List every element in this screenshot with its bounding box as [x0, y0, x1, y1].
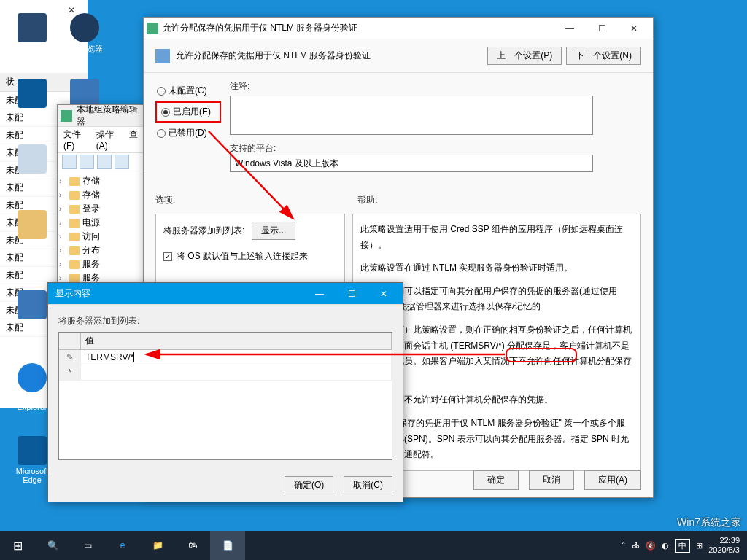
row-marker-new-icon: *: [59, 365, 81, 380]
tool-fwd[interactable]: [80, 155, 94, 169]
radio-label: 已禁用(D): [169, 127, 207, 139]
ie-icon: [18, 363, 47, 392]
start-button[interactable]: ⊞: [0, 531, 35, 560]
window-title: 允许分配保存的凭据用于仅 NTLM 服务器身份验证: [163, 22, 554, 34]
tray-volume-icon[interactable]: 🔇: [646, 541, 656, 551]
cancel-button[interactable]: 取消: [529, 470, 574, 490]
gpo-icon: [61, 110, 72, 122]
tray-network-icon[interactable]: 🖧: [632, 541, 640, 550]
titlebar[interactable]: 本地组策略编辑器: [58, 105, 144, 127]
ime-indicator[interactable]: 中: [675, 539, 690, 553]
ok-button[interactable]: 确定(O): [285, 476, 333, 494]
maximize-button[interactable]: ☐: [336, 284, 368, 304]
prev-setting-button[interactable]: 上一个设置(P): [487, 47, 562, 65]
close-button[interactable]: ✕: [368, 284, 400, 304]
tray-icon[interactable]: ◐: [662, 541, 669, 551]
value-grid[interactable]: 值 ✎ TERMSRV/* *: [58, 332, 392, 460]
next-setting-button[interactable]: 下一个设置(N): [566, 47, 641, 65]
folder-icon: [69, 260, 80, 269]
tray-icon-2[interactable]: ⊞: [696, 541, 703, 551]
desktop-icon-recycle-bin[interactable]: 回收站: [7, 144, 57, 186]
tree-item[interactable]: ›电源: [59, 216, 142, 230]
ok-button[interactable]: 确定: [473, 470, 519, 490]
grid-row[interactable]: ✎ TERMSRV/*: [59, 350, 392, 365]
value-cell[interactable]: TERMSRV/*: [81, 350, 392, 365]
radio-not-configured[interactable]: 未配置(C): [155, 80, 221, 101]
tree-view[interactable]: ›存储›存储›登录›电源›访问›分布›服务›服务: [58, 171, 144, 288]
taskbar-store[interactable]: 🛍: [175, 531, 210, 560]
label: 网络: [24, 322, 40, 330]
tree-label: 存储: [82, 175, 100, 187]
cancel-button[interactable]: 取消(C): [344, 476, 392, 494]
label: Administra...: [9, 241, 54, 249]
grid-row-new[interactable]: *: [59, 365, 392, 381]
annotation-highlight: 已启用(E): [155, 101, 221, 122]
platform-value: Windows Vista 及以上版本: [230, 155, 593, 172]
menu-action[interactable]: 操作(A): [96, 128, 122, 151]
tree-label: 电源: [82, 217, 100, 229]
platform-label: 支持的平台:: [230, 142, 276, 155]
tool-back[interactable]: [62, 155, 77, 169]
taskbar-notepad[interactable]: 📄: [210, 531, 245, 560]
desktop-icon-control-panel[interactable]: 控制面板: [7, 79, 57, 120]
taskbar-explorer[interactable]: 📁: [140, 531, 175, 560]
folder-icon: [18, 210, 47, 239]
col-value[interactable]: 值: [81, 332, 392, 349]
tree-item[interactable]: ›服务: [59, 257, 142, 271]
watermark: Win7系统之家: [677, 516, 741, 529]
policy-heading: 允许分配保存的凭据用于仅 NTLM 服务器身份验证: [176, 50, 487, 62]
radio-disabled[interactable]: 已禁用(D): [155, 122, 221, 144]
tree-item[interactable]: ›分布: [59, 244, 142, 257]
folder-icon: [69, 205, 80, 214]
tree-item[interactable]: ›存储: [59, 188, 142, 202]
show-button[interactable]: 显示...: [252, 222, 295, 240]
menu-file[interactable]: 文件(F): [63, 128, 89, 151]
desktop-icon-administrator[interactable]: Administra...: [7, 210, 57, 249]
tray-chevron-up-icon[interactable]: ˄: [622, 541, 626, 551]
minimize-button[interactable]: —: [303, 284, 336, 304]
tree-item[interactable]: ›访问: [59, 230, 142, 244]
titlebar[interactable]: 允许分配保存的凭据用于仅 NTLM 服务器身份验证 — ☐ ✕: [144, 18, 653, 39]
task-view-button[interactable]: ▭: [70, 531, 105, 560]
tree-label: 登录: [82, 203, 100, 215]
tree-item[interactable]: ›登录: [59, 202, 142, 216]
network-icon: [18, 290, 47, 319]
apply-button[interactable]: 应用(A): [584, 470, 641, 490]
label: QQ浏览器: [66, 44, 103, 53]
policy-icon: [147, 23, 158, 34]
time: 22:39: [708, 536, 740, 545]
folder-icon: [69, 246, 80, 255]
date: 2020/8/3: [708, 545, 740, 555]
toolbar: [58, 153, 144, 171]
label: 此电脑: [20, 44, 44, 53]
checkbox-label: 将 OS 默认值与上述输入连接起来: [177, 250, 308, 262]
value-cell-empty[interactable]: [81, 365, 392, 380]
tree-label: 分布: [82, 244, 100, 257]
checkbox-concat[interactable]: ✓: [163, 252, 172, 261]
tree-label: 服务: [82, 258, 100, 271]
dialog-footer: 确定 取消 应用(A): [473, 470, 641, 490]
row-header-blank: [59, 332, 81, 349]
comment-textarea[interactable]: [230, 96, 593, 135]
tree-item[interactable]: ›存储: [59, 174, 142, 188]
add-servers-label: 将服务器添加到列表:: [163, 225, 244, 237]
options-label: 选项:: [155, 194, 175, 206]
maximize-button[interactable]: ☐: [586, 18, 618, 39]
search-button[interactable]: 🔍: [35, 531, 70, 560]
tool-up[interactable]: [97, 155, 112, 169]
clock[interactable]: 22:39 2020/8/3: [708, 536, 740, 555]
taskbar-edge[interactable]: e: [105, 531, 140, 560]
policy-heading-icon: [155, 49, 170, 63]
pc-icon: [18, 13, 47, 42]
add-servers-label: 将服务器添加到列表:: [58, 315, 392, 327]
tool-refresh[interactable]: [115, 155, 129, 169]
desktop-icon-qq-browser[interactable]: QQ浏览器: [60, 13, 109, 55]
radio-enabled[interactable]: 已启用(E): [160, 104, 217, 120]
menu-view[interactable]: 查: [129, 128, 138, 151]
minimize-button[interactable]: —: [554, 18, 586, 39]
close-button[interactable]: ✕: [618, 18, 650, 39]
titlebar[interactable]: 显示内容 — ☐ ✕: [48, 283, 403, 305]
label: Microsoft Edge: [16, 467, 49, 484]
folder-icon: [69, 233, 80, 241]
desktop-icon-this-pc[interactable]: 此电脑: [7, 13, 57, 55]
